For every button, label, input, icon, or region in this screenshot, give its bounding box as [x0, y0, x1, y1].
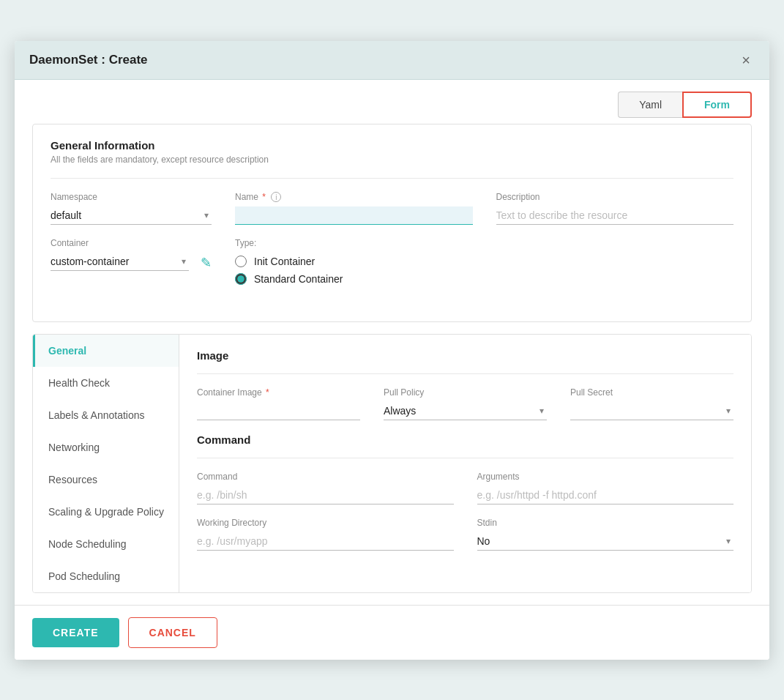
stdin-select-wrapper[interactable]: No Yes ▾	[477, 532, 734, 551]
arguments-group: Arguments	[477, 472, 734, 504]
sidebar-item-resources[interactable]: Resources	[33, 463, 179, 496]
container-edit-button[interactable]: ✎	[201, 255, 212, 271]
name-required: *	[262, 192, 266, 202]
sidebar-item-health-check[interactable]: Health Check	[33, 367, 179, 399]
name-input[interactable]: demo-resource	[235, 206, 473, 225]
description-label: Description	[496, 192, 734, 202]
container-image-label: Container Image *	[197, 387, 360, 398]
namespace-select-wrapper[interactable]: default ▾	[51, 206, 212, 225]
pull-policy-select[interactable]: Always Never IfNotPresent	[384, 402, 547, 420]
pull-secret-select-wrapper[interactable]: ▾	[570, 402, 733, 420]
container-image-group: Container Image * custcontainer:image	[197, 387, 360, 420]
general-info-title: General Information	[51, 139, 733, 152]
name-info-icon: i	[271, 192, 281, 202]
stdin-select[interactable]: No Yes	[477, 532, 734, 551]
close-button[interactable]: ×	[737, 51, 755, 69]
container-select-wrapper[interactable]: custom-container ▾	[51, 253, 189, 271]
namespace-label: Namespace	[51, 192, 212, 202]
namespace-group: Namespace default ▾	[51, 192, 212, 225]
name-label: Name * i	[235, 192, 473, 202]
type-group: Type: Init Container Standard Container	[235, 238, 733, 291]
pull-policy-select-wrapper[interactable]: Always Never IfNotPresent ▾	[384, 402, 547, 420]
description-group: Description	[496, 192, 734, 225]
sidebar-item-networking[interactable]: Networking	[33, 431, 179, 463]
dialog-body: General Information All the fields are m…	[15, 124, 769, 605]
stdin-label: Stdin	[477, 518, 734, 528]
dialog-footer: CREATE CANCEL	[15, 605, 769, 660]
container-row: custom-container ▾ ✎	[51, 253, 212, 271]
main-content: Image Container Image * custcontainer:im…	[179, 335, 751, 592]
container-label: Container	[51, 238, 212, 248]
pull-policy-label: Pull Policy	[384, 387, 547, 398]
sidebar-item-scaling-upgrade[interactable]: Scaling & Upgrade Policy	[33, 496, 179, 528]
command-group: Command	[197, 472, 454, 504]
name-group: Name * i demo-resource	[235, 192, 473, 225]
pull-secret-label: Pull Secret	[570, 387, 733, 398]
type-label: Type:	[235, 238, 733, 248]
pull-secret-group: Pull Secret ▾	[570, 387, 733, 420]
command-label: Command	[197, 472, 454, 482]
general-info-subtitle: All the fields are mandatory, except res…	[51, 154, 733, 165]
radio-standard-label: Standard Container	[254, 273, 343, 285]
sidebar-item-node-scheduling[interactable]: Node Scheduling	[33, 528, 179, 560]
container-group: Container custom-container ▾ ✎	[51, 238, 212, 271]
radio-init-input[interactable]	[235, 256, 247, 267]
working-dir-label: Working Directory	[197, 518, 454, 528]
pull-policy-group: Pull Policy Always Never IfNotPresent ▾	[384, 387, 547, 420]
cancel-button[interactable]: CANCEL	[128, 617, 217, 648]
form-row-1: Namespace default ▾ Name * i demo-resour	[51, 192, 733, 225]
arguments-label: Arguments	[477, 472, 734, 482]
yaml-button[interactable]: Yaml	[618, 92, 682, 118]
command-section-title: Command	[197, 433, 733, 446]
form-button[interactable]: Form	[682, 92, 752, 118]
working-dir-input[interactable]	[197, 532, 454, 551]
stdin-group: Stdin No Yes ▾	[477, 518, 734, 551]
command-input[interactable]	[197, 486, 454, 504]
image-form-row: Container Image * custcontainer:image Pu…	[197, 387, 733, 420]
radio-standard-container[interactable]: Standard Container	[235, 273, 733, 285]
working-dir-group: Working Directory	[197, 518, 454, 551]
radio-standard-input[interactable]	[235, 273, 247, 285]
form-row-2: Container custom-container ▾ ✎ Type:	[51, 238, 733, 291]
daemonset-create-dialog: DaemonSet : Create × Yaml Form General I…	[15, 41, 769, 660]
sidebar: General Health Check Labels & Annotation…	[33, 335, 179, 592]
namespace-select[interactable]: default	[51, 206, 212, 225]
dialog-title: DaemonSet : Create	[29, 53, 148, 67]
image-section-title: Image	[197, 349, 733, 362]
pull-secret-select[interactable]	[570, 402, 733, 420]
bottom-section: General Health Check Labels & Annotation…	[32, 334, 752, 593]
sidebar-item-general[interactable]: General	[33, 335, 179, 367]
sidebar-item-labels-annotations[interactable]: Labels & Annotations	[33, 399, 179, 431]
description-input[interactable]	[496, 206, 734, 225]
command-form-row: Command Arguments	[197, 472, 733, 504]
container-select[interactable]: custom-container	[51, 253, 189, 271]
divider	[51, 178, 733, 179]
working-dir-form-row: Working Directory Stdin No Yes ▾	[197, 518, 733, 551]
container-image-input[interactable]: custcontainer:image	[197, 402, 360, 420]
radio-init-container[interactable]: Init Container	[235, 256, 733, 267]
general-info-card: General Information All the fields are m…	[32, 124, 752, 322]
image-divider	[197, 373, 733, 374]
view-switcher: Yaml Form	[15, 80, 769, 124]
container-image-required: *	[266, 387, 269, 398]
arguments-input[interactable]	[477, 486, 734, 504]
create-button[interactable]: CREATE	[32, 618, 119, 647]
dialog-header: DaemonSet : Create ×	[15, 41, 769, 80]
sidebar-item-pod-scheduling[interactable]: Pod Scheduling	[33, 560, 179, 592]
command-divider	[197, 458, 733, 458]
radio-init-label: Init Container	[254, 256, 315, 267]
